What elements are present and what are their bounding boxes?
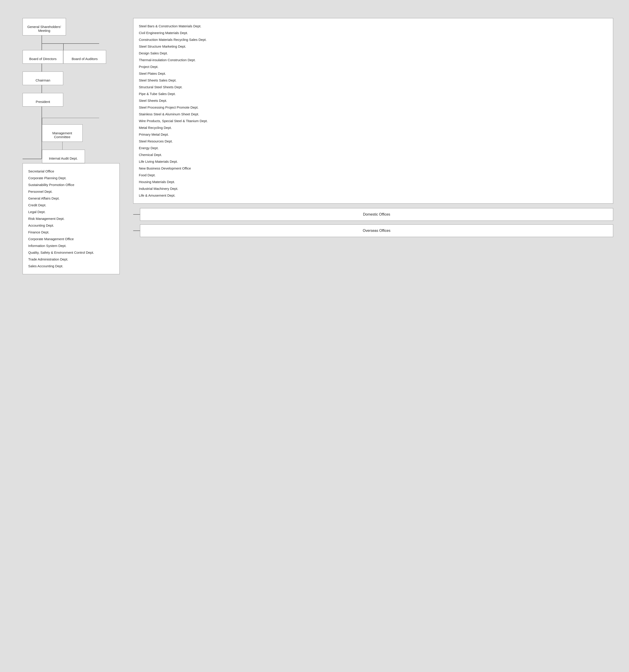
right-dept-item: Steel Resources Dept.	[139, 138, 608, 145]
overseas-offices-label: Overseas Offices	[363, 229, 390, 233]
right-dept-item: Steel Sheets Dept.	[139, 97, 608, 104]
right-dept-item: Thermal-insulation Construction Dept.	[139, 57, 608, 64]
chairman-label: Chairman	[36, 78, 50, 82]
left-dept-item: Legal Dept.	[28, 209, 114, 215]
left-dept-item: Credit Dept.	[28, 202, 114, 209]
right-dept-item: Steel Bars & Construction Materials Dept…	[139, 23, 608, 29]
board-of-auditors-label: Board of Auditors	[72, 57, 97, 61]
chairman-box: Chairman	[23, 72, 63, 85]
left-dept-item: Sales Accounting Dept.	[28, 263, 114, 269]
shareholders-meeting-box: General Shareholders' Meeting	[23, 18, 66, 35]
right-dept-item: Structural Steel Sheets Dept.	[139, 84, 608, 91]
left-dept-item: General Affairs Dept.	[28, 195, 114, 202]
right-dept-item: Steel Sheets Sales Dept.	[139, 77, 608, 84]
right-dept-item: Civil Engineering Materials Dept.	[139, 29, 608, 37]
president-box: President	[23, 93, 63, 106]
domestic-offices-label: Domestic Offices	[363, 212, 390, 216]
left-departments-list: Secretarial OfficeCorporate Planning Dep…	[28, 168, 114, 269]
right-dept-item: Metal Recycling Dept.	[139, 124, 608, 131]
left-dept-item: Information System Dept.	[28, 242, 114, 249]
right-dept-item: New Business Development Office	[139, 165, 608, 172]
president-label: President	[36, 100, 50, 104]
left-dept-item: Corporate Management Office	[28, 236, 114, 242]
left-dept-item: Secretarial Office	[28, 168, 114, 175]
shareholders-label: General Shareholders' Meeting	[27, 25, 61, 32]
right-dept-item: Steel Processing Project Promote Dept.	[139, 104, 608, 111]
right-dept-item: Life & Amusement Dept.	[139, 192, 608, 199]
management-committee-label: Management Committee	[52, 131, 72, 139]
board-of-auditors-box: Board of Auditors	[63, 50, 106, 64]
left-dept-item: Risk Management Dept.	[28, 215, 114, 222]
left-dept-item: Personnel Dept.	[28, 188, 114, 195]
right-dept-item: Steel Structure Marketing Dept.	[139, 43, 608, 50]
left-dept-item: Finance Dept.	[28, 229, 114, 236]
right-dept-item: Stainless Steel & Aluminum Sheet Dept.	[139, 111, 608, 118]
domestic-offices-box: Domestic Offices	[140, 208, 613, 221]
right-dept-item: Design Sales Dept.	[139, 50, 608, 57]
board-of-directors-label: Board of Directors	[29, 57, 57, 61]
right-dept-item: Project Dept.	[139, 64, 608, 70]
board-of-directors-box: Board of Directors	[23, 50, 63, 64]
right-dept-item: Wire Products, Special Steel & Titanium …	[139, 118, 608, 124]
internal-audit-label: Internal Audit Dept.	[49, 157, 78, 160]
right-departments-panel: Steel Bars & Construction Materials Dept…	[133, 18, 613, 203]
left-departments-panel: Secretarial OfficeCorporate Planning Dep…	[23, 163, 120, 274]
right-dept-item: Construction Materials Recycling Sales D…	[139, 37, 608, 43]
left-dept-item: Sustainability Promotion Office	[28, 182, 114, 188]
left-dept-item: Corporate Planning Dept.	[28, 175, 114, 182]
left-dept-item: Quality, Safety & Environment Control De…	[28, 249, 114, 256]
right-dept-item: Life Living Materials Dept.	[139, 158, 608, 165]
right-dept-item: Steel Plates Dept.	[139, 70, 608, 77]
right-departments-list: Steel Bars & Construction Materials Dept…	[139, 23, 608, 199]
overseas-offices-box: Overseas Offices	[140, 224, 613, 237]
right-dept-item: Pipe & Tube Sales Dept.	[139, 91, 608, 97]
right-dept-item: Primary Metal Dept.	[139, 131, 608, 138]
left-dept-item: Trade Administration Dept.	[28, 256, 114, 263]
management-committee-box: Management Committee	[42, 124, 83, 142]
right-dept-item: Energy Dept.	[139, 145, 608, 151]
left-dept-item: Accounting Dept.	[28, 222, 114, 229]
right-dept-item: Food Dept.	[139, 172, 608, 178]
right-dept-item: Chemical Dept.	[139, 151, 608, 158]
right-dept-item: Industrial Machinery Dept.	[139, 185, 608, 192]
internal-audit-box: Internal Audit Dept.	[42, 150, 85, 163]
right-dept-item: Housing Materials Dept.	[139, 178, 608, 185]
